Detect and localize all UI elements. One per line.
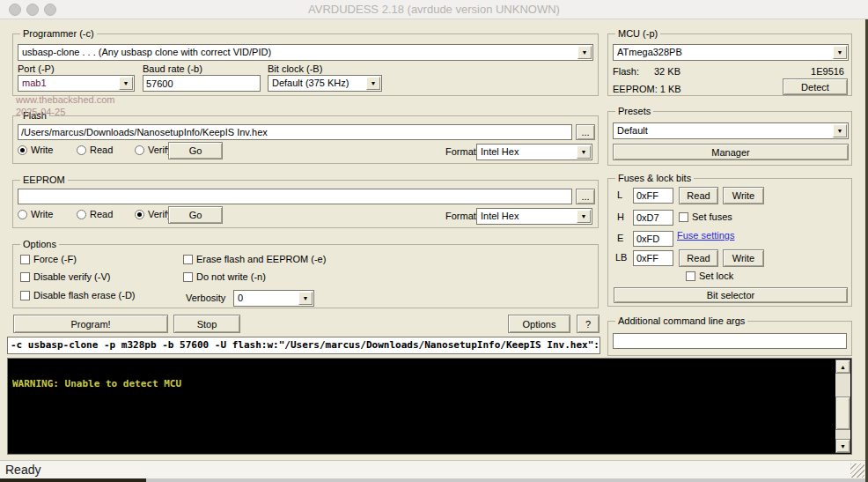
fuses-read-button[interactable]: Read bbox=[679, 187, 718, 204]
do-not-write-checkbox[interactable] bbox=[183, 272, 193, 282]
extra-args-group-label: Additional command line args bbox=[615, 315, 747, 327]
console-scrollbar[interactable]: ▲ ▼ bbox=[835, 360, 850, 453]
fuses-group-label: Fuses & lock bits bbox=[615, 173, 694, 184]
port-label: Port (-P) bbox=[18, 63, 55, 74]
console-output[interactable]: WARNING: Unable to detect MCU ~ ~ ~ ~ ~ … bbox=[7, 358, 852, 455]
flash-write-label: Write bbox=[31, 145, 53, 155]
window-title: AVRDUDESS 2.18 (avrdude version UNKNOWN) bbox=[0, 0, 868, 19]
mcu-signature: 1E9516 bbox=[811, 66, 844, 77]
desktop-strip-dark bbox=[0, 478, 146, 482]
set-lock-checkbox[interactable] bbox=[686, 271, 695, 281]
bit-selector-button[interactable]: Bit selector bbox=[614, 287, 848, 303]
flash-verify-radio[interactable] bbox=[135, 145, 144, 155]
programmer-combobox[interactable]: usbasp-clone . . . (Any usbasp clone wit… bbox=[18, 44, 593, 61]
watermark-date: 2025-04-25 bbox=[16, 107, 65, 117]
set-lock-label: Set lock bbox=[699, 271, 733, 281]
console-line: WARNING: Unable to detect MCU bbox=[12, 377, 832, 390]
chevron-down-icon[interactable]: ▼ bbox=[833, 46, 847, 59]
presets-group-label: Presets bbox=[615, 106, 653, 117]
disable-verify-checkbox[interactable] bbox=[20, 272, 30, 282]
set-fuses-label: Set fuses bbox=[692, 211, 732, 222]
eeprom-go-button[interactable]: Go bbox=[168, 206, 223, 224]
flash-write-radio[interactable] bbox=[18, 145, 27, 155]
help-button[interactable]: ? bbox=[577, 315, 600, 333]
mcu-eeprom-info: EEPROM: 1 KB bbox=[613, 84, 681, 94]
mcu-combobox[interactable]: ATmega328PB ▼ bbox=[613, 44, 849, 61]
fuse-e-label: E bbox=[617, 233, 623, 243]
set-fuses-checkbox[interactable] bbox=[679, 212, 688, 222]
eeprom-read-radio[interactable] bbox=[77, 210, 86, 219]
programmer-group: Programmer (-c) usbasp-clone . . . (Any … bbox=[12, 33, 599, 96]
mcu-flash-size: 32 KB bbox=[654, 66, 680, 77]
port-value: mab1 bbox=[22, 78, 117, 88]
options-button[interactable]: Options bbox=[508, 315, 570, 333]
mcu-group: MCU (-p) ATmega328PB ▼ Flash: 32 KB 1E95… bbox=[607, 33, 852, 96]
status-bar: Ready bbox=[0, 460, 868, 478]
eeprom-format-label: Format bbox=[445, 211, 476, 221]
scrollbar-thumb[interactable] bbox=[835, 397, 850, 430]
eeprom-write-radio[interactable] bbox=[18, 210, 27, 219]
disable-flash-erase-checkbox[interactable] bbox=[20, 291, 30, 300]
chevron-down-icon[interactable]: ▼ bbox=[577, 145, 591, 159]
chevron-down-icon[interactable]: ▼ bbox=[366, 77, 380, 90]
fuse-h-input[interactable] bbox=[633, 210, 673, 226]
extra-args-group: Additional command line args bbox=[607, 321, 852, 356]
options-group: Options Force (-F) Disable verify (-V) D… bbox=[12, 244, 599, 308]
programmer-group-label: Programmer (-c) bbox=[20, 28, 97, 40]
fuse-l-input[interactable] bbox=[633, 188, 673, 204]
flash-read-radio[interactable] bbox=[77, 145, 86, 155]
chevron-down-icon[interactable]: ▼ bbox=[298, 292, 313, 305]
scroll-down-icon[interactable]: ▼ bbox=[835, 439, 850, 453]
fuse-lb-input[interactable] bbox=[633, 250, 673, 266]
manager-button[interactable]: Manager bbox=[613, 144, 849, 160]
flash-group: Flash ... Write Read Verify Go Format In… bbox=[12, 115, 599, 164]
chevron-down-icon[interactable]: ▼ bbox=[119, 77, 133, 90]
mcu-flash-label: Flash: bbox=[613, 66, 639, 77]
console-text: WARNING: Unable to detect MCU ~ ~ ~ ~ ~ … bbox=[12, 358, 832, 455]
erase-flash-eeprom-checkbox[interactable] bbox=[183, 255, 193, 264]
programmer-value: usbasp-clone . . . (Any usbasp clone wit… bbox=[22, 47, 576, 57]
force-label: Force (-F) bbox=[33, 254, 77, 264]
verbosity-value: 0 bbox=[238, 293, 297, 303]
options-group-label: Options bbox=[20, 239, 59, 250]
bit-clock-combobox[interactable]: Default (375 KHz) ▼ bbox=[268, 75, 382, 92]
baud-rate-label: Baud rate (-b) bbox=[143, 63, 202, 74]
resize-grip[interactable] bbox=[850, 463, 864, 478]
flash-browse-button[interactable]: ... bbox=[576, 124, 595, 140]
presets-combobox[interactable]: Default ▼ bbox=[613, 122, 849, 139]
program-button[interactable]: Program! bbox=[13, 315, 168, 333]
bit-clock-value: Default (375 KHz) bbox=[272, 78, 364, 88]
eeprom-verify-radio[interactable] bbox=[135, 210, 144, 219]
command-line-preview[interactable]: -c usbasp-clone -p m328pb -b 57600 -U fl… bbox=[7, 337, 600, 354]
eeprom-file-input[interactable] bbox=[18, 189, 572, 204]
extra-args-input[interactable] bbox=[613, 333, 847, 349]
console-line bbox=[12, 417, 832, 430]
bit-clock-label: Bit clock (-B) bbox=[268, 63, 322, 74]
detect-button[interactable]: Detect bbox=[783, 78, 848, 95]
fuse-e-input[interactable] bbox=[633, 231, 673, 247]
eeprom-format-combobox[interactable]: Intel Hex ▼ bbox=[476, 208, 592, 225]
flash-format-combobox[interactable]: Intel Hex ▼ bbox=[476, 144, 592, 160]
scroll-up-icon[interactable]: ▲ bbox=[835, 360, 850, 374]
fuse-lb-label: LB bbox=[615, 252, 627, 263]
port-combobox[interactable]: mab1 ▼ bbox=[18, 75, 135, 92]
flash-format-label: Format bbox=[445, 146, 476, 157]
chevron-down-icon[interactable]: ▼ bbox=[833, 124, 847, 137]
fuse-settings-link[interactable]: Fuse settings bbox=[677, 230, 734, 241]
lock-write-button[interactable]: Write bbox=[723, 249, 764, 267]
lock-read-button[interactable]: Read bbox=[679, 249, 718, 267]
force-checkbox[interactable] bbox=[20, 255, 30, 264]
presets-value: Default bbox=[617, 125, 831, 136]
baud-rate-input[interactable] bbox=[143, 75, 261, 92]
stop-button[interactable]: Stop bbox=[173, 315, 240, 333]
eeprom-group-label: EEPROM bbox=[20, 174, 68, 186]
chevron-down-icon[interactable]: ▼ bbox=[577, 46, 592, 59]
chevron-down-icon[interactable]: ▼ bbox=[577, 210, 591, 223]
eeprom-group: EEPROM ... Write Read Verify Go Format I… bbox=[12, 180, 599, 228]
eeprom-browse-button[interactable]: ... bbox=[576, 189, 595, 204]
flash-go-button[interactable]: Go bbox=[168, 142, 223, 159]
title-bar: AVRDUDESS 2.18 (avrdude version UNKNOWN) bbox=[0, 0, 868, 19]
fuses-write-button[interactable]: Write bbox=[723, 187, 764, 204]
flash-file-input[interactable] bbox=[18, 124, 572, 140]
verbosity-combobox[interactable]: 0 ▼ bbox=[233, 290, 314, 307]
